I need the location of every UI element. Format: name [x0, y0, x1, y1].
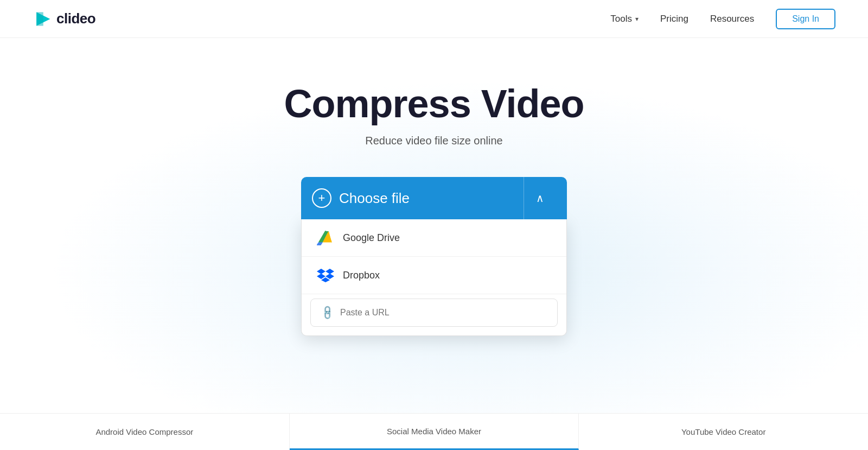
link-icon: 🔗 — [319, 304, 336, 321]
tools-chevron-icon: ▾ — [635, 15, 639, 23]
tools-nav-item[interactable]: Tools ▾ — [610, 14, 639, 24]
page-title: Compress Video — [284, 81, 584, 126]
choose-file-label: Choose file — [339, 190, 410, 207]
url-input[interactable] — [340, 308, 546, 318]
logo-icon — [33, 9, 52, 29]
bottom-item-youtube[interactable]: YouTube Video Creator — [579, 414, 868, 450]
bottom-item-social-label: Social Media Video Maker — [387, 427, 481, 436]
upload-widget: + Choose file ∧ — [301, 177, 567, 336]
bottom-bar: Android Video Compressor Social Media Vi… — [0, 413, 868, 450]
logo[interactable]: clideo — [33, 9, 95, 29]
pricing-nav-item[interactable]: Pricing — [660, 14, 688, 24]
main-nav: Tools ▾ Pricing Resources Sign In — [610, 9, 835, 29]
choose-file-button[interactable]: + Choose file ∧ — [301, 177, 567, 219]
google-drive-label: Google Drive — [343, 232, 400, 244]
plus-circle-icon: + — [312, 188, 331, 208]
chevron-up-icon: ∧ — [536, 192, 544, 205]
google-drive-item[interactable]: Google Drive — [302, 219, 566, 257]
bottom-item-android[interactable]: Android Video Compressor — [0, 414, 290, 450]
header: clideo Tools ▾ Pricing Resources Sign In — [0, 0, 868, 38]
url-input-row: 🔗 — [310, 299, 558, 327]
svg-marker-1 — [36, 12, 43, 26]
upload-dropdown: Google Drive Dropbox 🔗 — [301, 219, 567, 336]
bottom-item-youtube-label: YouTube Video Creator — [681, 427, 765, 436]
pricing-label: Pricing — [660, 14, 688, 24]
dropbox-label: Dropbox — [343, 270, 380, 281]
page-subtitle: Reduce video file size online — [365, 135, 503, 147]
resources-label: Resources — [710, 14, 754, 24]
bottom-item-android-label: Android Video Compressor — [95, 427, 193, 436]
bottom-item-social[interactable]: Social Media Video Maker — [290, 414, 579, 450]
dropdown-toggle[interactable]: ∧ — [524, 177, 556, 219]
tools-label: Tools — [610, 14, 632, 24]
choose-file-main: + Choose file — [312, 188, 524, 208]
main-content: Compress Video Reduce video file size on… — [0, 38, 868, 336]
logo-text: clideo — [56, 10, 95, 27]
dropbox-icon — [317, 267, 334, 284]
svg-marker-9 — [317, 243, 323, 245]
sign-in-button[interactable]: Sign In — [776, 9, 835, 29]
dropbox-item[interactable]: Dropbox — [302, 257, 566, 294]
resources-nav-item[interactable]: Resources — [710, 14, 754, 24]
google-drive-icon — [317, 229, 334, 246]
